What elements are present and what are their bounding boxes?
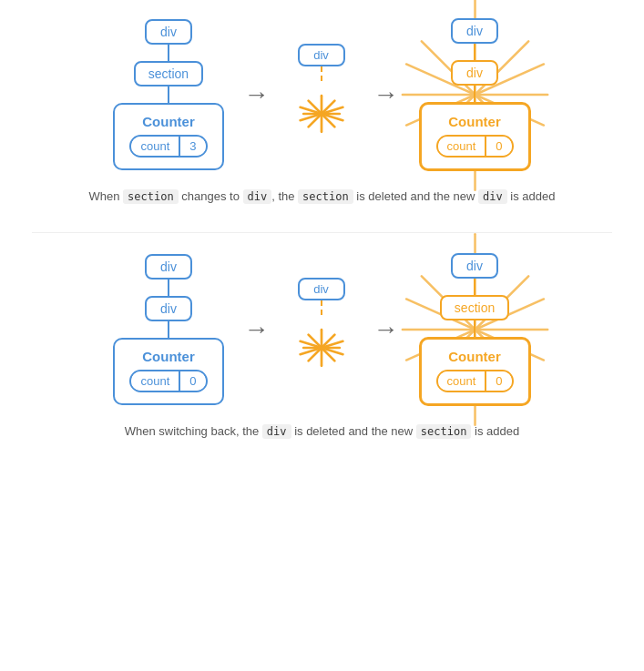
right-tree-inner-2: div section Counter count 0 bbox=[419, 253, 531, 406]
pill-key-2: count bbox=[131, 371, 180, 391]
pill-val-2: 0 bbox=[180, 371, 205, 391]
left-tree-2: div div Counter count 0 bbox=[113, 254, 223, 405]
connector-1 bbox=[168, 45, 169, 61]
caption-code-1: section bbox=[123, 189, 179, 204]
counter-label-1: Counter bbox=[142, 114, 195, 129]
arrow-4: → bbox=[373, 315, 399, 344]
caption-code-6: section bbox=[416, 424, 472, 439]
counter-pill-right-1: count 0 bbox=[436, 135, 514, 158]
burst-top-node-2: div bbox=[298, 278, 345, 300]
right-top-node-2: div bbox=[451, 253, 498, 279]
right-mid-node-1: div bbox=[451, 60, 498, 86]
right-tree-1: div div Counter count 0 bbox=[419, 18, 531, 171]
counter-label-right-1: Counter bbox=[448, 114, 501, 129]
pill-key-right-1: count bbox=[438, 137, 487, 156]
right-connector-3 bbox=[474, 279, 475, 295]
pill-key-1: count bbox=[131, 137, 180, 156]
caption-2: When switching back, the div is deleted … bbox=[107, 422, 537, 442]
arrow-1: → bbox=[244, 80, 270, 109]
burst-svg-1 bbox=[289, 81, 354, 147]
right-tree-inner-1: div div Counter count 0 bbox=[419, 18, 531, 171]
caption-code-4: div bbox=[478, 189, 507, 204]
divider bbox=[32, 232, 611, 233]
diagram-2-row: div div Counter count 0 → div bbox=[113, 253, 530, 406]
caption-code-5: div bbox=[262, 424, 291, 439]
right-connector-4 bbox=[474, 320, 475, 337]
node-div-2: div bbox=[145, 254, 192, 280]
arrow-2: → bbox=[373, 80, 399, 109]
diagram-2: div div Counter count 0 → div bbox=[0, 253, 644, 442]
pill-key-right-2: count bbox=[438, 371, 487, 391]
diagram-1-row: div section Counter count 3 → div bbox=[113, 18, 530, 171]
right-mid-node-2: section bbox=[440, 295, 509, 320]
node-div-1: div bbox=[145, 19, 192, 45]
diagram-1: div section Counter count 3 → div bbox=[0, 18, 644, 207]
pill-val-1: 3 bbox=[180, 137, 205, 156]
connector-2 bbox=[168, 86, 169, 103]
connector-4 bbox=[168, 321, 169, 338]
counter-box-1: Counter count 3 bbox=[113, 103, 223, 170]
caption-code-2: div bbox=[243, 189, 272, 204]
caption-1: When section changes to div, the section… bbox=[71, 188, 574, 207]
connector-3 bbox=[168, 280, 169, 296]
burst-top-node-1: div bbox=[298, 44, 345, 66]
right-top-node-1: div bbox=[451, 18, 498, 44]
right-tree-2: div section Counter count 0 bbox=[419, 253, 531, 406]
burst-svg-2 bbox=[289, 315, 354, 381]
counter-label-right-2: Counter bbox=[448, 349, 501, 364]
counter-pill-right-2: count 0 bbox=[436, 370, 514, 392]
pill-val-right-2: 0 bbox=[486, 371, 511, 391]
node-div-mid-2: div bbox=[145, 296, 192, 321]
counter-box-right-2: Counter count 0 bbox=[419, 337, 531, 406]
left-tree-1: div section Counter count 3 bbox=[113, 19, 223, 170]
arrow-3: → bbox=[244, 315, 270, 344]
counter-box-right-1: Counter count 0 bbox=[419, 102, 531, 171]
dashed-connector-2 bbox=[321, 300, 322, 315]
burst-1: div bbox=[290, 63, 353, 127]
dashed-connector-1 bbox=[321, 66, 322, 81]
burst-2: div bbox=[290, 298, 353, 361]
right-connector-1 bbox=[474, 44, 475, 60]
node-section-1: section bbox=[134, 61, 203, 86]
counter-pill-2: count 0 bbox=[129, 370, 207, 392]
counter-box-2: Counter count 0 bbox=[113, 338, 223, 405]
counter-label-2: Counter bbox=[142, 349, 195, 364]
pill-val-right-1: 0 bbox=[486, 137, 511, 156]
counter-pill-1: count 3 bbox=[129, 135, 207, 158]
caption-code-3: section bbox=[298, 189, 353, 204]
right-connector-2 bbox=[474, 86, 475, 102]
